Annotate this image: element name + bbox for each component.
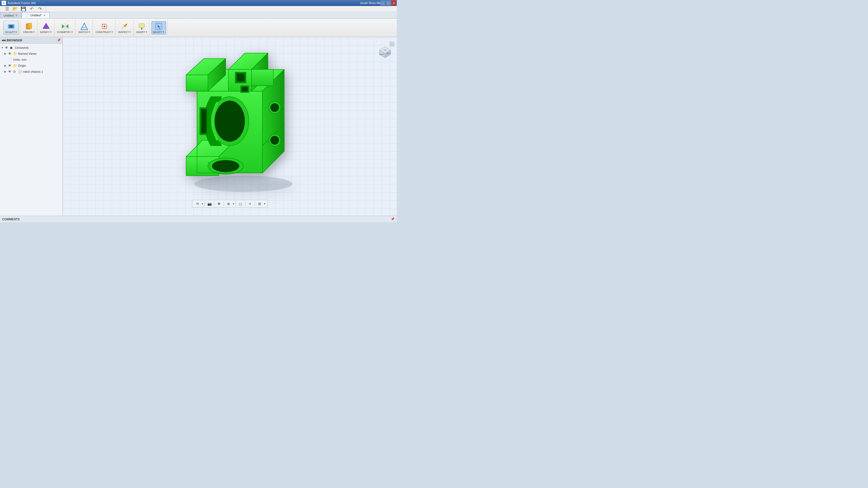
separator-2 — [214, 201, 215, 206]
svg-rect-41 — [201, 109, 207, 133]
create-button[interactable]: CREATE ▼ — [22, 22, 36, 34]
pan-button[interactable]: ✥ — [216, 201, 223, 207]
select-label: SELECT ▼ — [153, 31, 165, 33]
tree-component-icon: ⊙ — [13, 70, 18, 73]
toolbar-group-sculpt: SCULPT ▼ — [2, 20, 20, 36]
viewcube[interactable]: TOP FRONT RIGHT ⌂ — [376, 39, 395, 58]
modify-button[interactable]: MODIFY ▼ — [39, 22, 53, 34]
svg-text:RIGHT: RIGHT — [386, 53, 391, 54]
insert-label: INSERT ▼ — [136, 31, 148, 33]
svg-rect-17 — [139, 24, 145, 28]
close-button[interactable]: ✕ — [391, 1, 396, 5]
svg-text:⌂: ⌂ — [391, 43, 393, 45]
insert-button[interactable]: INSERT ▼ — [135, 22, 149, 34]
main-content: ◀◀ BROWSER 📌 ▼ 👁 ◉ (Unsaved) ▶ 👁 📁 Named… — [0, 37, 397, 216]
open-button[interactable]: 📂 — [11, 5, 19, 13]
minimize-button[interactable]: ─ — [380, 1, 385, 5]
tree-item-named-views[interactable]: ▶ 👁 📁 Named Views — [0, 51, 62, 57]
tab-untitled[interactable]: Untitled ✕ — [0, 12, 22, 18]
tree-eye-icon-3: 👁 — [8, 64, 12, 68]
tab-untitled-modified[interactable]: 📄 Untitled* ✕ — [22, 12, 50, 18]
construct-label: CONSTRUCT ▼ — [95, 31, 113, 33]
create-label: CREATE ▼ — [23, 31, 35, 33]
document-tabs: Untitled ✕ 📄 Untitled* ✕ — [0, 12, 397, 19]
menubar: ☰ 📂 💾 ↶ ↷ — [0, 6, 397, 12]
toolbar-group-construct: CONSTRUCT ▼ — [93, 20, 115, 36]
svg-marker-19 — [141, 29, 143, 30]
svg-point-47 — [212, 160, 239, 172]
select-icon — [154, 22, 163, 31]
tree-arrow-chassis: ▶ — [4, 70, 8, 73]
tree-arrow-named-views: ▶ — [4, 52, 8, 55]
sculpt-button[interactable]: SCULPT ▼ — [3, 21, 19, 35]
tab-untitled-modified-label: Untitled* — [30, 13, 42, 17]
tree-arrow-unsaved: ▼ — [1, 46, 4, 49]
window-controls[interactable]: ─ □ ✕ — [380, 1, 396, 5]
browser-collapse-icon[interactable]: ◀◀ — [2, 39, 5, 42]
comments-label: COMMENTS — [2, 218, 20, 221]
orbit-button[interactable]: ⟲ — [194, 201, 201, 207]
tree-item-robot-chassis[interactable]: ▶ 👁 ⊙ ⬜ robot chassis 1 — [0, 69, 62, 75]
tree-origin-label: Origin — [18, 64, 61, 67]
tree-item-units[interactable]: 📄 Units: mm — [0, 57, 62, 63]
zoom-dropdown[interactable]: ▼ — [233, 203, 235, 205]
tree-dot-icon: ◉ — [10, 46, 14, 50]
modify-label: MODIFY ▼ — [40, 31, 52, 33]
camera-button[interactable]: 📷 — [206, 201, 213, 207]
toolbar-group-symmetry: SYMMETRY ▼ — [55, 20, 75, 36]
tree-doc-icon: 📄 — [8, 58, 12, 62]
svg-rect-4 — [28, 23, 32, 29]
save-button[interactable]: 💾 — [20, 5, 27, 13]
sketch-button[interactable]: SKETCH ▼ — [77, 22, 91, 34]
statusbar-pin[interactable]: 📌 — [391, 217, 395, 221]
orbit-dropdown[interactable]: ▼ — [202, 203, 204, 205]
view-style-button[interactable]: ◻ — [237, 201, 244, 207]
tree-chassis-label: robot chassis 1 — [23, 70, 61, 73]
tree-unsaved-label: (Unsaved) — [15, 46, 61, 49]
3d-model — [175, 42, 311, 195]
browser-pin-icon[interactable]: 📌 — [57, 38, 61, 42]
insert-icon — [137, 22, 146, 31]
bottom-toolbar: ⟲ ▼ 📷 ✥ ⊕ ▼ ◻ ≡ ⊞ ▼ — [192, 200, 268, 207]
maximize-button[interactable]: □ — [386, 1, 391, 5]
inspect-button[interactable]: INSPECT ▼ — [117, 22, 132, 34]
inspect-label: INSPECT ▼ — [118, 31, 131, 33]
tab-untitled-close[interactable]: ✕ — [15, 14, 18, 17]
select-button[interactable]: SELECT ▼ — [152, 21, 166, 34]
symmetry-icon — [61, 22, 69, 31]
svg-marker-9 — [66, 24, 68, 29]
tree-units-label: Units: mm — [13, 58, 61, 61]
tab-untitled-modified-close[interactable]: ✕ — [43, 13, 46, 17]
separator-6 — [254, 201, 255, 206]
tree-item-unsaved[interactable]: ▼ 👁 ◉ (Unsaved) — [0, 45, 62, 51]
construct-button[interactable]: CONSTRUCT ▼ — [94, 22, 114, 34]
browser-panel: ◀◀ BROWSER 📌 ▼ 👁 ◉ (Unsaved) ▶ 👁 📁 Named… — [0, 37, 63, 216]
tree-box-icon: ⬜ — [18, 70, 22, 73]
model-svg — [175, 42, 311, 195]
svg-point-22 — [194, 176, 292, 192]
sculpt-icon — [7, 22, 16, 31]
svg-marker-31 — [186, 75, 208, 91]
viewport[interactable]: TOP FRONT RIGHT ⌂ ⟲ ▼ 📷 ✥ ⊕ ▼ ◻ ≡ ⊞ — [63, 37, 397, 216]
grid-dropdown[interactable]: ▼ — [264, 203, 266, 205]
grid-button[interactable]: ⊞ — [256, 201, 263, 207]
zoom-button[interactable]: ⊕ — [225, 201, 232, 207]
display-button[interactable]: ≡ — [246, 201, 253, 207]
svg-point-45 — [270, 136, 279, 144]
svg-rect-52 — [242, 87, 248, 92]
create-icon — [25, 22, 33, 31]
sketch-label: SKETCH ▼ — [78, 31, 90, 33]
tab-doc-icon: 📄 — [25, 13, 29, 17]
new-button[interactable]: ☰ — [3, 5, 11, 13]
symmetry-button[interactable]: SYMMETRY ▼ — [56, 22, 74, 34]
tree-item-origin[interactable]: ▶ 👁 📁 Origin — [0, 63, 62, 69]
statusbar: COMMENTS 📌 — [0, 216, 397, 222]
redo-button[interactable]: ↷ — [36, 5, 43, 13]
undo-button[interactable]: ↶ — [28, 5, 35, 13]
inspect-icon — [120, 22, 129, 31]
tree-folder-icon: 📁 — [13, 52, 18, 56]
browser-title: BROWSER — [6, 39, 22, 42]
toolbar-group-create: CREATE ▼ — [21, 20, 37, 36]
separator-3 — [224, 201, 224, 206]
tree-eye-icon-4: 👁 — [8, 70, 12, 73]
